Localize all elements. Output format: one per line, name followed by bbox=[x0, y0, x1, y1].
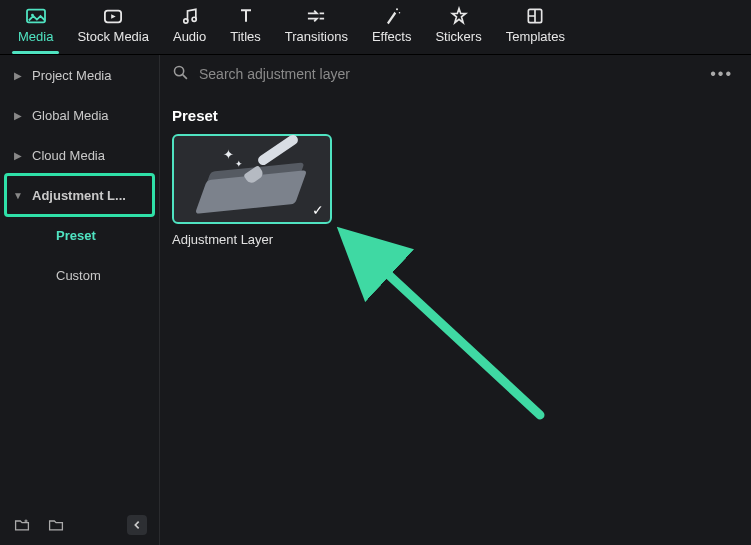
more-options-button[interactable]: ••• bbox=[710, 65, 733, 83]
svg-point-5 bbox=[396, 8, 398, 10]
sidebar-item-global-media[interactable]: ▶ Global Media bbox=[0, 95, 159, 135]
sidebar: ▶ Project Media ▶ Global Media ▶ Cloud M… bbox=[0, 55, 160, 545]
sidebar-bottom bbox=[0, 505, 159, 545]
tab-label: Transitions bbox=[285, 29, 348, 44]
titles-icon bbox=[235, 6, 257, 26]
effects-icon bbox=[381, 6, 403, 26]
sidebar-item-adjustment-layer[interactable]: ▼ Adjustment L... bbox=[0, 175, 159, 215]
templates-icon bbox=[524, 6, 546, 26]
tab-label: Titles bbox=[230, 29, 261, 44]
tab-titles[interactable]: Titles bbox=[218, 0, 273, 54]
transitions-icon bbox=[305, 6, 327, 26]
card-label: Adjustment Layer bbox=[172, 232, 332, 247]
tab-label: Stock Media bbox=[77, 29, 149, 44]
media-icon bbox=[25, 6, 47, 26]
svg-line-10 bbox=[350, 239, 540, 415]
sidebar-item-label: Project Media bbox=[32, 68, 111, 83]
adjustment-layer-illustration: ✦ ✦ bbox=[197, 149, 307, 209]
new-folder-icon[interactable] bbox=[12, 515, 32, 535]
caret-right-icon: ▶ bbox=[14, 111, 22, 119]
top-tabs: Media Stock Media Audio Titles bbox=[0, 0, 751, 55]
tab-label: Media bbox=[18, 29, 53, 44]
svg-point-8 bbox=[174, 66, 183, 75]
svg-point-6 bbox=[398, 12, 400, 14]
tab-label: Effects bbox=[372, 29, 412, 44]
sidebar-item-label: Custom bbox=[56, 268, 101, 283]
tab-label: Audio bbox=[173, 29, 206, 44]
svg-point-4 bbox=[192, 17, 196, 21]
sidebar-item-project-media[interactable]: ▶ Project Media bbox=[0, 55, 159, 95]
sidebar-item-label: Cloud Media bbox=[32, 148, 105, 163]
sidebar-item-cloud-media[interactable]: ▶ Cloud Media bbox=[0, 135, 159, 175]
sidebar-item-label: Adjustment L... bbox=[32, 188, 126, 203]
thumbnail-adjustment-layer[interactable]: ✦ ✦ ✓ bbox=[172, 134, 332, 224]
svg-point-3 bbox=[183, 19, 187, 23]
annotation-arrow bbox=[330, 225, 570, 445]
collapse-sidebar-button[interactable] bbox=[127, 515, 147, 535]
tab-templates[interactable]: Templates bbox=[494, 0, 577, 54]
search-input[interactable] bbox=[199, 66, 700, 82]
tab-label: Templates bbox=[506, 29, 565, 44]
check-icon: ✓ bbox=[312, 202, 324, 218]
section-title-preset: Preset bbox=[160, 93, 751, 134]
sidebar-item-label: Preset bbox=[56, 228, 96, 243]
tab-media[interactable]: Media bbox=[6, 0, 65, 54]
content-panel: ••• Preset ✦ ✦ ✓ Adjustment Layer bbox=[160, 55, 751, 545]
main-area: ▶ Project Media ▶ Global Media ▶ Cloud M… bbox=[0, 55, 751, 545]
caret-right-icon: ▶ bbox=[14, 71, 22, 79]
sidebar-child-preset[interactable]: Preset bbox=[0, 215, 159, 255]
search-row: ••• bbox=[160, 55, 751, 93]
tab-stickers[interactable]: Stickers bbox=[423, 0, 493, 54]
folder-icon[interactable] bbox=[46, 515, 66, 535]
stickers-icon bbox=[448, 6, 470, 26]
sidebar-child-custom[interactable]: Custom bbox=[0, 255, 159, 295]
tab-effects[interactable]: Effects bbox=[360, 0, 424, 54]
stock-media-icon bbox=[102, 6, 124, 26]
tab-transitions[interactable]: Transitions bbox=[273, 0, 360, 54]
audio-icon bbox=[179, 6, 201, 26]
caret-down-icon: ▼ bbox=[14, 191, 22, 199]
tab-audio[interactable]: Audio bbox=[161, 0, 218, 54]
caret-right-icon: ▶ bbox=[14, 151, 22, 159]
sidebar-item-label: Global Media bbox=[32, 108, 109, 123]
preset-cards: ✦ ✦ ✓ Adjustment Layer bbox=[160, 134, 751, 247]
tab-label: Stickers bbox=[435, 29, 481, 44]
search-icon bbox=[172, 64, 189, 84]
tab-stock-media[interactable]: Stock Media bbox=[65, 0, 161, 54]
card-adjustment-layer: ✦ ✦ ✓ Adjustment Layer bbox=[172, 134, 332, 247]
